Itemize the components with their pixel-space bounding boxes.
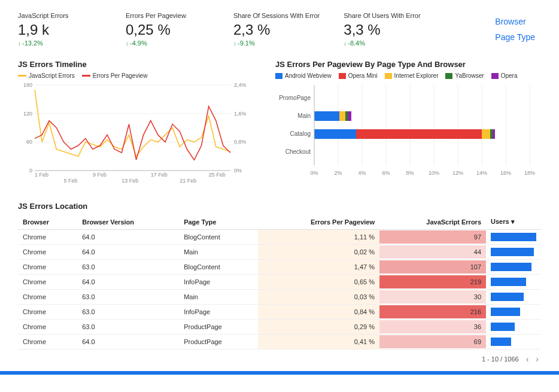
svg-text:25 Feb: 25 Feb — [209, 172, 226, 178]
kpi-3-delta: ↓-8.4% — [344, 39, 427, 47]
kpi-2-value: 2,3 % — [233, 22, 320, 38]
svg-text:Catalog: Catalog — [290, 130, 311, 137]
svg-rect-43 — [339, 111, 345, 121]
pager-prev[interactable]: ‹ — [526, 354, 529, 364]
pager-text: 1 - 10 / 1066 — [482, 355, 519, 363]
col-javascript-errors[interactable]: JavaScript Errors — [379, 214, 486, 230]
table-row[interactable]: Chrome63.0BlogContent1,47 %107 — [18, 260, 541, 275]
svg-text:18%: 18% — [524, 170, 535, 176]
timeline-legend-1: Errors Per Pageview — [93, 72, 148, 79]
pagetype-chart: 0%2%4%6%8%10%12%14%16%18%PromoPageMainCa… — [275, 83, 533, 178]
svg-text:21 Feb: 21 Feb — [180, 178, 196, 184]
svg-text:16%: 16% — [500, 170, 511, 176]
svg-text:2,4%: 2,4% — [234, 82, 247, 88]
svg-text:0,8%: 0,8% — [234, 139, 247, 145]
col-errors-per-pageview[interactable]: Errors Per Pageview — [258, 214, 379, 230]
kpi-3-value: 3,3 % — [344, 22, 427, 38]
pager-next[interactable]: › — [536, 354, 539, 364]
svg-text:0: 0 — [29, 168, 32, 174]
kpi-1-value: 0,25 % — [126, 22, 209, 38]
pagetype-title: JS Errors Per Pageview By Page Type And … — [275, 60, 541, 69]
pt-legend-2: Internet Explorer — [394, 72, 439, 79]
table-row[interactable]: Chrome63.0Main0,03 %30 — [18, 290, 541, 305]
table-row[interactable]: Chrome64.0InfoPage0,65 %219 — [18, 275, 541, 290]
location-title: JS Errors Location — [18, 202, 541, 211]
timeline-legend-0: JavaScript Errors — [29, 72, 75, 79]
svg-text:120: 120 — [23, 111, 32, 117]
filter-page-type[interactable]: Page Type — [495, 32, 535, 42]
pt-legend-3: YaBrowser — [455, 72, 484, 79]
svg-text:10%: 10% — [429, 170, 439, 176]
kpi-2-label: Share Of Sessions With Error — [233, 12, 320, 19]
kpi-0-label: JavaScript Errors — [18, 12, 102, 19]
kpi-1-label: Errors Per Pageview — [126, 12, 209, 19]
kpi-0-value: 1,9 k — [18, 22, 102, 38]
svg-text:PromoPage: PromoPage — [279, 95, 311, 101]
svg-text:60: 60 — [26, 139, 32, 145]
kpi-0-delta: ↓-13.2% — [18, 39, 102, 47]
svg-text:2%: 2% — [334, 170, 342, 176]
svg-rect-44 — [345, 111, 348, 121]
col-page-type[interactable]: Page Type — [179, 214, 258, 230]
table-row[interactable]: Chrome64.0BlogContent1,11 %97 — [18, 230, 541, 245]
col-browser[interactable]: Browser — [18, 214, 77, 230]
svg-text:0%: 0% — [234, 168, 242, 174]
pt-legend-1: Opera Mini — [348, 72, 378, 79]
svg-text:1 Feb: 1 Feb — [35, 172, 48, 178]
svg-rect-47 — [314, 129, 356, 139]
svg-text:0%: 0% — [310, 170, 318, 176]
svg-rect-49 — [482, 129, 490, 139]
svg-text:4%: 4% — [358, 170, 366, 176]
svg-text:6%: 6% — [382, 170, 390, 176]
svg-text:Checkout: Checkout — [285, 148, 311, 155]
svg-text:13 Feb: 13 Feb — [121, 178, 138, 184]
table-row[interactable]: Chrome63.0ProductPage0,29 %36 — [18, 320, 541, 335]
svg-text:Main: Main — [297, 113, 311, 119]
footer-bar — [0, 371, 559, 375]
svg-rect-42 — [314, 111, 339, 121]
svg-text:1,6%: 1,6% — [234, 111, 247, 117]
table-row[interactable]: Chrome63.0InfoPage0,84 %216 — [18, 305, 541, 320]
kpi-1-delta: ↓-4.9% — [126, 39, 209, 47]
table-row[interactable]: Chrome64.0Main0,02 %44 — [18, 245, 541, 260]
timeline-title: JS Errors Timeline — [18, 60, 257, 69]
col-browser-version[interactable]: Browser Version — [77, 214, 179, 230]
svg-rect-48 — [356, 129, 482, 139]
svg-text:12%: 12% — [452, 170, 463, 176]
svg-text:9 Feb: 9 Feb — [93, 172, 107, 178]
kpi-2-delta: ↓-9.1% — [233, 39, 320, 47]
svg-rect-50 — [490, 129, 493, 139]
kpi-3-label: Share Of Users With Error — [344, 12, 427, 19]
svg-rect-51 — [493, 129, 495, 139]
filter-browser[interactable]: Browser — [495, 17, 535, 26]
pt-legend-0: Android Webview — [285, 72, 332, 79]
table-row[interactable]: Chrome64.0ProductPage0,41 %69 — [18, 335, 541, 350]
svg-text:8%: 8% — [406, 170, 414, 176]
col-users[interactable]: Users ▾ — [486, 214, 541, 230]
svg-text:17 Feb: 17 Feb — [151, 172, 168, 178]
svg-text:14%: 14% — [476, 170, 487, 176]
pt-legend-4: Opera — [501, 72, 518, 79]
timeline-chart: 0601201800%0,8%1,6%2,4%1 Feb5 Feb9 Feb13… — [18, 83, 251, 187]
svg-text:180: 180 — [23, 82, 32, 88]
svg-rect-45 — [348, 111, 351, 121]
svg-text:5 Feb: 5 Feb — [63, 178, 77, 184]
